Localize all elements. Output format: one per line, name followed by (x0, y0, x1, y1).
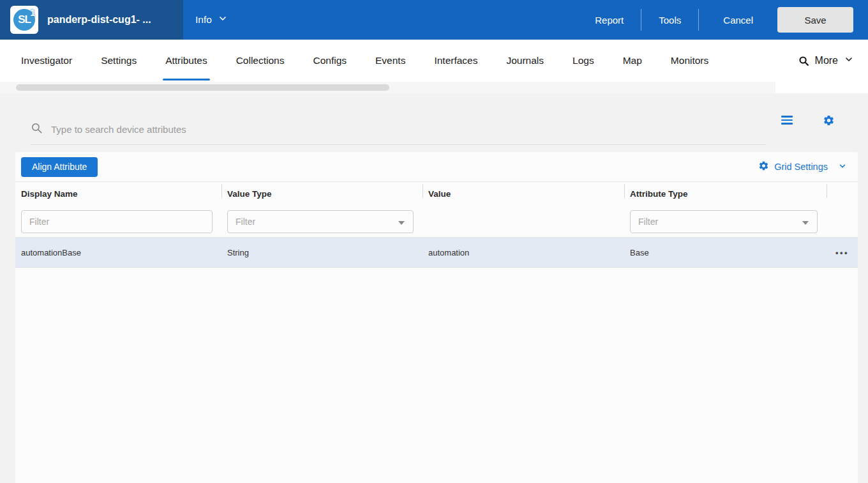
value-type-filter-select[interactable]: Filter (227, 210, 414, 233)
tools-button[interactable]: Tools (641, 15, 698, 26)
chevron-down-icon (844, 54, 854, 67)
chevron-down-icon (218, 13, 228, 26)
search-icon (31, 122, 43, 137)
info-dropdown-label: Info (195, 14, 212, 26)
more-label: More (815, 55, 838, 66)
save-button[interactable]: Save (777, 7, 853, 33)
tab-interfaces[interactable]: Interfaces (434, 40, 477, 82)
report-button[interactable]: Report (578, 15, 641, 26)
header-actions: Report Tools Cancel Save (578, 7, 868, 33)
filter-cell-value-type: Filter (221, 210, 423, 233)
table-empty-area (15, 268, 858, 483)
row-actions-ellipsis-icon[interactable] (835, 249, 849, 257)
attributes-content: Align Attribute Grid Settings Display Na… (0, 93, 868, 483)
tab-logs[interactable]: Logs (572, 40, 594, 82)
cell-display-name: automationBase (15, 248, 221, 257)
scrollbar-thumb[interactable] (16, 84, 389, 91)
attribute-type-filter-select[interactable]: Filter (630, 210, 818, 233)
column-header-value-type[interactable]: Value Type (221, 182, 423, 206)
cell-value-type: String (221, 248, 423, 257)
device-name-title: panderp-dist-cug1- ... (47, 14, 151, 26)
search-tools (781, 114, 835, 126)
chevron-down-icon (838, 162, 847, 172)
tab-collections[interactable]: Collections (236, 40, 285, 82)
tab-search-icon[interactable] (798, 56, 809, 66)
table-row[interactable]: automationBase String automation Base (15, 237, 858, 268)
list-view-icon[interactable] (781, 116, 793, 125)
display-name-filter-input[interactable] (21, 210, 213, 233)
column-header-actions (827, 182, 858, 206)
table-filter-row: Filter Filter (15, 206, 858, 237)
gear-icon (758, 160, 769, 173)
cell-attribute-type: Base (624, 248, 827, 257)
attributes-card: Align Attribute Grid Settings Display Na… (15, 152, 858, 483)
column-header-display-name[interactable]: Display Name (15, 182, 221, 206)
filter-cell-attribute-type: Filter (624, 210, 827, 233)
grid-settings-label: Grid Settings (774, 162, 828, 172)
more-tabs-menu[interactable]: More (798, 40, 854, 82)
cell-value: automation (423, 248, 624, 257)
info-dropdown[interactable]: Info (183, 13, 228, 26)
table-header-row: Display Name Value Type Value Attribute … (15, 182, 858, 206)
tab-journals[interactable]: Journals (506, 40, 544, 82)
cell-actions (827, 249, 858, 257)
align-attribute-button[interactable]: Align Attribute (21, 157, 98, 177)
sl1-logo-badge: 1 (30, 8, 35, 18)
header-right-section: Info Report Tools Cancel Save (183, 0, 868, 40)
app-header: SL 1 panderp-dist-cug1- ... Info Report … (0, 0, 868, 40)
tab-map[interactable]: Map (623, 40, 642, 82)
column-header-value[interactable]: Value (423, 182, 624, 206)
tab-configs[interactable]: Configs (313, 40, 347, 82)
search-box (31, 114, 766, 145)
filter-cell-display-name (15, 210, 221, 233)
search-input[interactable] (51, 124, 766, 135)
grid-settings-button[interactable]: Grid Settings (758, 160, 847, 173)
device-tabbar: Investigator Settings Attributes Collect… (0, 40, 868, 82)
tab-settings[interactable]: Settings (101, 40, 137, 82)
tab-monitors[interactable]: Monitors (671, 40, 708, 82)
tab-events[interactable]: Events (375, 40, 405, 82)
tab-scrollbar-area (0, 82, 868, 93)
header-left-section: SL 1 panderp-dist-cug1- ... (0, 0, 183, 40)
gear-icon[interactable] (823, 114, 835, 126)
tab-attributes[interactable]: Attributes (165, 40, 207, 82)
cancel-button[interactable]: Cancel (699, 15, 777, 26)
tab-investigator[interactable]: Investigator (21, 40, 72, 82)
card-toolbar: Align Attribute Grid Settings (15, 152, 858, 182)
search-row (0, 93, 868, 152)
column-header-attribute-type[interactable]: Attribute Type (624, 182, 827, 206)
sl1-logo[interactable]: SL 1 (10, 6, 38, 34)
